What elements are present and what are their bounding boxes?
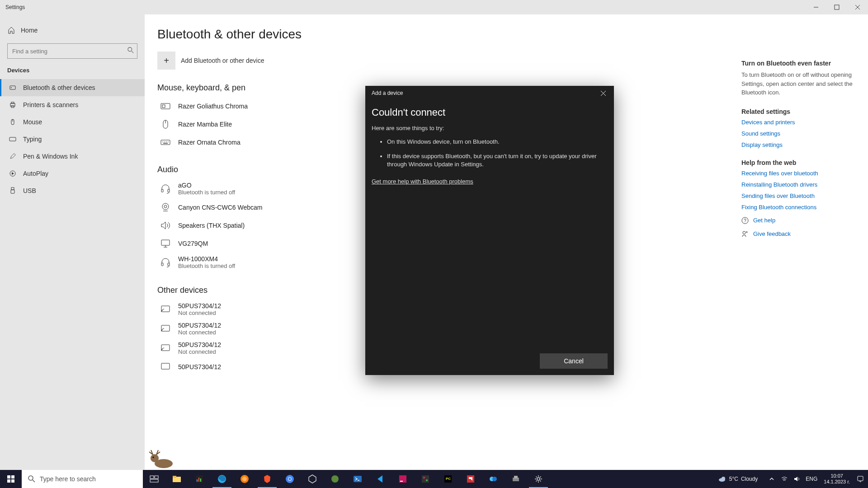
sidebar-item-printers[interactable]: Printers & scanners bbox=[0, 96, 145, 113]
svg-point-7 bbox=[11, 87, 12, 88]
svg-line-56 bbox=[33, 480, 35, 482]
dialog-close-button[interactable] bbox=[596, 87, 610, 99]
svg-point-72 bbox=[331, 475, 339, 483]
miracast-icon bbox=[159, 303, 172, 316]
right-heading-2: Related settings bbox=[741, 108, 854, 115]
link-devices-printers[interactable]: Devices and printers bbox=[741, 119, 854, 126]
sidebar-item-usb[interactable]: USB bbox=[0, 182, 145, 199]
taskbar-app-intellij[interactable] bbox=[392, 470, 414, 488]
sidebar-item-label: Bluetooth & other devices bbox=[23, 84, 95, 91]
device-name: VG279QM bbox=[178, 240, 208, 247]
device-status: Not connected bbox=[178, 329, 221, 336]
sidebar-item-autoplay[interactable]: AutoPlay bbox=[0, 165, 145, 182]
search-input[interactable] bbox=[7, 43, 137, 59]
taskbar-app-edge[interactable] bbox=[211, 470, 233, 488]
taskbar-app-1[interactable] bbox=[188, 470, 211, 488]
svg-rect-39 bbox=[161, 306, 170, 312]
give-feedback-link[interactable]: Give feedback bbox=[741, 230, 854, 238]
svg-point-71 bbox=[288, 478, 291, 480]
link-reinstall-drivers[interactable]: Reinstalling Bluetooth drivers bbox=[741, 181, 854, 188]
window-title: Settings bbox=[5, 4, 25, 10]
taskbar-app-brave[interactable] bbox=[256, 470, 278, 488]
svg-rect-34 bbox=[161, 240, 170, 245]
taskbar-app-2[interactable] bbox=[324, 470, 346, 488]
taskbar-app-settings[interactable] bbox=[527, 470, 550, 488]
link-send-files[interactable]: Sending files over Bluetooth bbox=[741, 192, 854, 199]
miracast-icon bbox=[159, 323, 172, 335]
dialog-heading: Couldn't connect bbox=[372, 107, 608, 118]
tray-lang[interactable]: ENG bbox=[806, 476, 817, 482]
sidebar-item-mouse[interactable]: Mouse bbox=[0, 113, 145, 131]
svg-rect-18 bbox=[11, 188, 14, 190]
sidebar-item-label: Printers & scanners bbox=[23, 101, 78, 108]
pen-icon bbox=[9, 152, 17, 160]
taskbar-app-explorer[interactable] bbox=[165, 470, 188, 488]
svg-point-4 bbox=[128, 47, 132, 52]
search-icon bbox=[28, 475, 35, 483]
svg-rect-75 bbox=[400, 481, 403, 482]
taskbar-weather[interactable]: 5°C Cloudy bbox=[717, 474, 758, 483]
dialog-help-link[interactable]: Get more help with Bluetooth problems bbox=[372, 178, 473, 185]
speaker-icon bbox=[159, 219, 172, 232]
taskbar-app-unity[interactable] bbox=[301, 470, 324, 488]
device-name: WH-1000XM4 bbox=[178, 255, 235, 263]
dialog-bullet: If this device supports Bluetooth, but y… bbox=[387, 152, 608, 169]
close-button[interactable] bbox=[847, 0, 868, 14]
tray-chevron-icon[interactable] bbox=[768, 475, 776, 483]
device-name: 50PUS7304/12 bbox=[178, 302, 221, 310]
start-button[interactable] bbox=[0, 470, 22, 488]
sidebar-item-typing[interactable]: Typing bbox=[0, 131, 145, 148]
keyboard-device-icon bbox=[159, 136, 172, 149]
cloud-icon bbox=[717, 474, 726, 483]
right-heading-3: Help from the web bbox=[741, 159, 854, 166]
svg-rect-58 bbox=[155, 476, 158, 479]
maximize-button[interactable] bbox=[826, 0, 847, 14]
taskbar-search[interactable]: Type here to search bbox=[22, 470, 143, 488]
tray-wifi-icon[interactable] bbox=[780, 475, 788, 483]
svg-rect-61 bbox=[173, 476, 176, 478]
taskbar-app-powershell[interactable] bbox=[346, 470, 369, 488]
taskbar-app-pycharm[interactable]: PC bbox=[437, 470, 459, 488]
svg-rect-53 bbox=[7, 479, 10, 483]
link-fix-connections[interactable]: Fixing Bluetooth connections bbox=[741, 204, 854, 211]
taskbar-app-amd[interactable] bbox=[459, 470, 482, 488]
search-icon bbox=[127, 47, 134, 53]
tray-volume-icon[interactable] bbox=[793, 475, 801, 483]
device-name: 50PUS7304/12 bbox=[178, 322, 221, 329]
svg-point-27 bbox=[166, 141, 167, 142]
svg-rect-40 bbox=[161, 325, 170, 331]
minimize-button[interactable] bbox=[806, 0, 826, 14]
tray-notifications-icon[interactable] bbox=[856, 475, 864, 483]
cancel-button[interactable]: Cancel bbox=[540, 353, 608, 369]
taskbar-app-vscode[interactable] bbox=[369, 470, 392, 488]
taskbar-app-chrome[interactable] bbox=[278, 470, 301, 488]
dialog-titlebar: Add a device bbox=[365, 86, 614, 100]
device-name: aGO bbox=[178, 182, 235, 189]
svg-rect-63 bbox=[197, 479, 198, 482]
taskbar-app-firefox[interactable] bbox=[233, 470, 256, 488]
link-display-settings[interactable]: Display settings bbox=[741, 141, 854, 148]
link-receive-files[interactable]: Receiving files over bluetooth bbox=[741, 170, 854, 177]
sidebar-item-pen[interactable]: Pen & Windows Ink bbox=[0, 148, 145, 165]
taskbar-clock[interactable]: 10:07 14.1.2023 г. bbox=[824, 473, 850, 485]
sidebar-section-label: Devices bbox=[0, 64, 145, 79]
mouse-device-icon bbox=[159, 118, 172, 131]
link-sound-settings[interactable]: Sound settings bbox=[741, 130, 854, 137]
svg-rect-21 bbox=[162, 105, 165, 108]
svg-rect-89 bbox=[858, 476, 863, 481]
weather-temp: 5°C bbox=[729, 476, 738, 482]
svg-rect-54 bbox=[11, 479, 14, 483]
taskbar-app-4[interactable] bbox=[482, 470, 505, 488]
window-titlebar: Settings bbox=[0, 0, 868, 14]
svg-rect-64 bbox=[198, 478, 199, 482]
svg-rect-52 bbox=[11, 475, 14, 479]
task-view-button[interactable] bbox=[143, 470, 165, 488]
taskbar-app-5[interactable] bbox=[505, 470, 527, 488]
home-button[interactable]: Home bbox=[0, 22, 145, 39]
miracast-icon bbox=[159, 342, 172, 355]
right-pane: Turn on Bluetooth even faster To turn Bl… bbox=[741, 60, 854, 238]
get-help-link[interactable]: ? Get help bbox=[741, 217, 854, 224]
taskbar-app-3[interactable] bbox=[414, 470, 437, 488]
sidebar-item-bluetooth[interactable]: Bluetooth & other devices bbox=[0, 79, 145, 96]
give-feedback-label: Give feedback bbox=[753, 230, 791, 237]
